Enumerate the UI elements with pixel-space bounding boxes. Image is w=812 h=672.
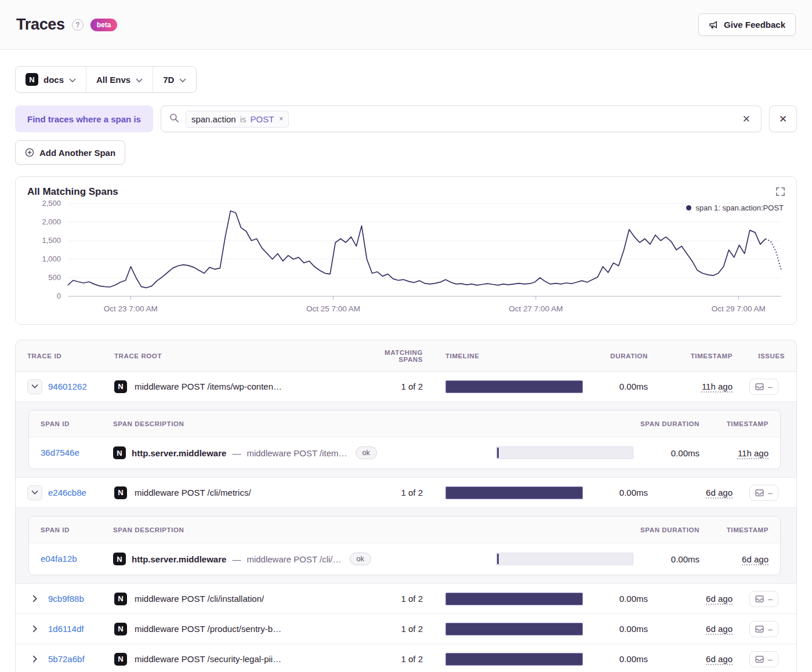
filter-token[interactable]: span.action is POST × xyxy=(186,111,289,128)
add-another-span-button[interactable]: Add Another Span xyxy=(15,140,125,165)
header-span-timestamp: TIMESTAMP xyxy=(702,420,768,427)
date-range-selector[interactable]: 7D xyxy=(153,67,196,92)
nextjs-logo-icon: N xyxy=(114,593,127,605)
megaphone-icon xyxy=(709,20,719,30)
timeline-bar[interactable] xyxy=(445,380,583,393)
svg-text:Oct 27 7:00 AM: Oct 27 7:00 AM xyxy=(509,304,563,313)
chevron-right-icon[interactable] xyxy=(27,655,42,663)
inbox-icon xyxy=(755,489,764,497)
span-id-link[interactable]: 36d7546e xyxy=(41,448,79,457)
svg-text:Oct 23 7:00 AM: Oct 23 7:00 AM xyxy=(104,304,158,313)
table-row[interactable]: 5b72a6bf N middleware POST /security-leg… xyxy=(16,644,796,672)
chevron-right-icon[interactable] xyxy=(27,595,42,602)
header-span-duration: SPAN DURATION xyxy=(638,420,702,427)
give-feedback-button[interactable]: Give Feedback xyxy=(698,13,796,36)
issues-button[interactable]: – xyxy=(749,379,778,395)
span-timeline-bar[interactable] xyxy=(496,553,633,565)
date-range-value: 7D xyxy=(163,75,174,85)
nextjs-logo-icon: N xyxy=(113,446,126,459)
timestamp-value[interactable]: 6d ago xyxy=(706,594,733,604)
token-key: span.action xyxy=(191,114,236,124)
matching-spans-value: 1 of 2 xyxy=(361,594,431,604)
table-header-row: TRACE ID TRACE ROOT MATCHING SPANS TIMEL… xyxy=(16,340,796,372)
matching-spans-value: 1 of 2 xyxy=(361,382,431,391)
header-issues: ISSUES xyxy=(733,353,785,359)
trace-root-text: middleware POST /product/sentry-b… xyxy=(135,624,281,634)
span-duration-value: 0.00ms xyxy=(638,554,702,564)
span-timestamp-value[interactable]: 6d ago xyxy=(742,554,768,564)
issues-button[interactable]: – xyxy=(749,485,778,501)
timeline-bar[interactable] xyxy=(445,653,583,666)
trace-id-link[interactable]: e246cb8e xyxy=(48,488,86,497)
clear-search-icon[interactable]: ✕ xyxy=(740,111,753,128)
header-trace-id: TRACE ID xyxy=(27,353,114,359)
timeline-bar[interactable] xyxy=(445,623,583,635)
table-row[interactable]: e246cb8e N middleware POST /cli/metrics/… xyxy=(16,478,796,508)
duration-value: 0.00ms xyxy=(588,594,657,604)
filter-bar: N docs All Envs 7D xyxy=(15,66,197,93)
project-selector[interactable]: N docs xyxy=(16,67,86,92)
table-row[interactable]: 9cb9f88b N middleware POST /cli/installa… xyxy=(16,584,796,614)
span-row[interactable]: 36d7546e N http.server.middleware — midd… xyxy=(29,437,780,468)
span-duration-value: 0.00ms xyxy=(638,448,702,458)
environment-selector[interactable]: All Envs xyxy=(86,67,153,92)
header-trace-root: TRACE ROOT xyxy=(114,353,361,359)
timestamp-value[interactable]: 11h ago xyxy=(702,382,733,391)
spans-chart: 05001,0001,5002,0002,500Oct 23 7:00 AMOc… xyxy=(27,199,786,322)
span-table-header: SPAN ID SPAN DESCRIPTION SPAN DURATION T… xyxy=(29,517,780,543)
trace-root-text: middleware POST /security-legal-pii… xyxy=(135,654,281,664)
issues-empty-dash: – xyxy=(768,382,773,391)
timestamp-value[interactable]: 6d ago xyxy=(706,624,733,634)
trace-id-link[interactable]: 5b72a6bf xyxy=(48,654,85,664)
inbox-icon xyxy=(755,383,764,391)
chart-legend[interactable]: span 1: span.action:POST xyxy=(686,204,784,212)
remove-span-query-button[interactable]: ✕ xyxy=(769,106,797,132)
svg-text:1,000: 1,000 xyxy=(42,255,61,263)
chevron-down-icon xyxy=(179,75,186,85)
svg-text:1,500: 1,500 xyxy=(42,236,61,245)
span-timeline-bar[interactable] xyxy=(496,446,633,459)
inbox-icon xyxy=(755,625,764,633)
timestamp-value[interactable]: 6d ago xyxy=(706,654,733,664)
table-row[interactable]: 1d6114df N middleware POST /product/sent… xyxy=(16,614,796,644)
timestamp-value[interactable]: 6d ago xyxy=(706,488,733,497)
legend-label: span 1: span.action:POST xyxy=(695,204,784,212)
issues-empty-dash: – xyxy=(768,655,773,664)
timeline-bar[interactable] xyxy=(445,593,583,605)
trace-root-text: middleware POST /items/wp-conten… xyxy=(135,382,282,391)
svg-text:2,000: 2,000 xyxy=(42,217,61,226)
issues-button[interactable]: – xyxy=(749,591,778,607)
issues-button[interactable]: – xyxy=(749,621,778,637)
trace-id-link[interactable]: 9cb9f88b xyxy=(48,594,84,604)
trace-id-link[interactable]: 1d6114df xyxy=(48,624,84,634)
table-row[interactable]: 94601262 N middleware POST /items/wp-con… xyxy=(16,372,796,402)
expand-chart-icon[interactable] xyxy=(776,187,785,198)
timeline-bar[interactable] xyxy=(445,486,583,499)
trace-id-link[interactable]: 94601262 xyxy=(48,382,87,391)
nextjs-logo-icon: N xyxy=(26,73,38,86)
chevron-right-icon[interactable] xyxy=(27,625,42,633)
nextjs-logo-icon: N xyxy=(114,623,127,635)
header-matching-spans: MATCHING SPANS xyxy=(361,349,431,363)
chevron-down-icon[interactable] xyxy=(27,485,42,500)
expanded-span-section: SPAN ID SPAN DESCRIPTION SPAN DURATION T… xyxy=(16,508,796,584)
chevron-down-icon xyxy=(136,75,143,85)
give-feedback-label: Give Feedback xyxy=(724,20,785,30)
span-row[interactable]: e04fa12b N http.server.middleware — midd… xyxy=(29,543,780,575)
span-id-link[interactable]: e04fa12b xyxy=(41,554,77,564)
trace-root-text: middleware POST /cli/installation/ xyxy=(135,594,264,604)
issues-button[interactable]: – xyxy=(749,651,778,667)
chevron-down-icon[interactable] xyxy=(27,379,42,394)
span-description: middleware POST /item… xyxy=(246,448,347,458)
issues-empty-dash: – xyxy=(768,594,773,604)
span-timestamp-value[interactable]: 11h ago xyxy=(738,448,768,458)
svg-text:500: 500 xyxy=(48,273,61,282)
duration-value: 0.00ms xyxy=(588,654,657,664)
nextjs-logo-icon: N xyxy=(114,653,127,666)
token-remove-icon[interactable]: × xyxy=(278,115,283,123)
matching-spans-value: 1 of 2 xyxy=(361,488,431,497)
environment-name: All Envs xyxy=(96,75,130,85)
span-op: http.server.middleware xyxy=(132,448,226,458)
help-icon[interactable]: ? xyxy=(72,19,84,31)
span-search-input[interactable]: span.action is POST × ✕ xyxy=(161,106,762,132)
